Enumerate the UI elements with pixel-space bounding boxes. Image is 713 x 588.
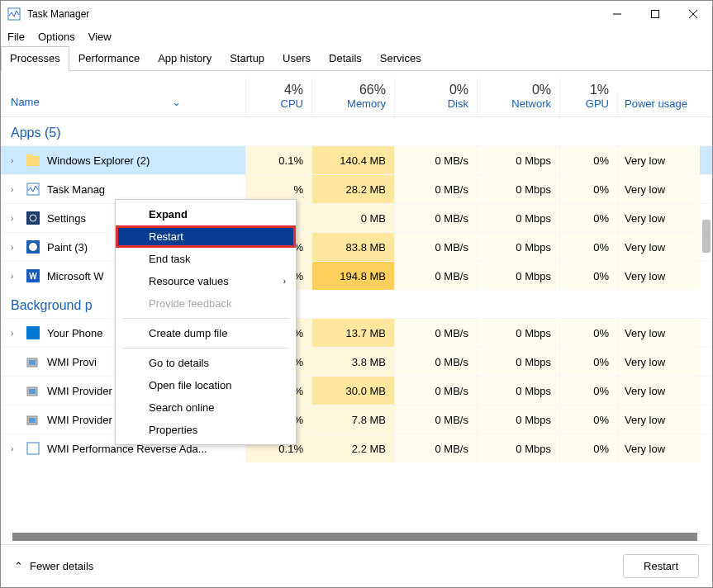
header-name-label: Name — [11, 96, 40, 108]
word-icon: W — [26, 268, 40, 283]
chevron-right-icon[interactable]: › — [11, 243, 19, 252]
svg-rect-21 — [27, 443, 39, 454]
chevron-right-icon[interactable]: › — [11, 444, 19, 453]
table-row[interactable]: ›Task Manag % 28.2 MB 0 MB/s 0 Mbps 0% V… — [1, 174, 712, 203]
window-title: Task Manager — [27, 8, 89, 20]
header-network[interactable]: 0%Network — [477, 78, 559, 116]
titlebar: Task Manager — [1, 1, 712, 27]
tab-details[interactable]: Details — [320, 46, 371, 70]
maximize-button[interactable] — [636, 1, 674, 27]
tab-processes[interactable]: Processes — [1, 46, 69, 71]
chevron-up-icon: ⌃ — [14, 560, 23, 572]
chevron-right-icon: › — [283, 277, 286, 286]
svg-rect-2 — [652, 11, 659, 18]
chevron-down-icon[interactable]: ⌄ — [172, 96, 181, 108]
chevron-right-icon[interactable]: › — [11, 272, 19, 281]
fewer-details-button[interactable]: ⌃ Fewer details — [14, 560, 93, 572]
app-icon — [7, 7, 21, 21]
context-open-file-location[interactable]: Open file location — [116, 374, 296, 396]
table-row[interactable]: ›Your Phone % 13.7 MB 0 MB/s 0 Mbps 0% V… — [1, 318, 712, 347]
header-power[interactable]: Power usage — [617, 92, 700, 116]
minimize-button[interactable] — [598, 1, 636, 27]
menubar: File Options View — [1, 27, 712, 46]
wmi-perf-icon — [26, 441, 40, 456]
context-properties[interactable]: Properties — [116, 419, 296, 441]
svg-rect-18 — [29, 389, 36, 394]
menu-separator — [122, 318, 289, 319]
context-resource-values[interactable]: Resource values› — [116, 270, 296, 292]
svg-text:W: W — [29, 272, 37, 281]
tab-startup[interactable]: Startup — [221, 46, 273, 70]
svg-rect-8 — [26, 211, 40, 225]
svg-point-11 — [29, 243, 37, 251]
header-memory[interactable]: 66%Memory — [311, 78, 394, 116]
process-table: Name ⌄ 4%CPU 66%Memory 0%Disk 0%Network … — [1, 71, 712, 533]
menu-separator — [122, 348, 289, 349]
wmi-icon — [26, 354, 40, 369]
table-row[interactable]: ›WMI Performance Reverse Ada... 0.1% 2.2… — [1, 434, 712, 462]
tab-app-history[interactable]: App history — [149, 46, 221, 70]
header-gpu[interactable]: 1%GPU — [559, 78, 617, 116]
svg-rect-6 — [26, 154, 32, 158]
menu-view[interactable]: View — [88, 31, 112, 43]
process-rows: Apps (5) ›Windows Explorer (2) 0.1% 140.… — [1, 117, 712, 462]
chevron-right-icon[interactable]: › — [11, 329, 19, 338]
svg-rect-16 — [29, 360, 36, 365]
chevron-right-icon[interactable]: › — [11, 214, 19, 223]
vertical-scrollbar[interactable] — [702, 220, 711, 253]
table-row[interactable]: ›WMicrosoft W % 194.8 MB 0 MB/s 0 Mbps 0… — [1, 261, 712, 290]
context-go-to-details[interactable]: Go to details — [116, 352, 296, 374]
column-headers: Name ⌄ 4%CPU 66%Memory 0%Disk 0%Network … — [1, 71, 712, 117]
context-expand[interactable]: Expand — [116, 203, 296, 225]
table-row[interactable]: ›WMI Provi % 3.8 MB 0 MB/s 0 Mbps 0% Ver… — [1, 347, 712, 376]
menu-options[interactable]: Options — [38, 31, 75, 43]
context-create-dump[interactable]: Create dump file — [116, 322, 296, 344]
svg-rect-20 — [29, 418, 36, 423]
table-row[interactable]: ›Paint (3) % 83.8 MB 0 MB/s 0 Mbps 0% Ve… — [1, 232, 712, 261]
context-end-task[interactable]: End task — [116, 248, 296, 270]
table-row[interactable]: ›Windows Explorer (2) 0.1% 140.4 MB 0 MB… — [1, 145, 712, 174]
svg-rect-14 — [26, 326, 40, 339]
menu-file[interactable]: File — [7, 31, 25, 43]
taskmgr-icon — [26, 182, 40, 197]
restart-button[interactable]: Restart — [623, 554, 699, 578]
wmi-icon — [26, 383, 40, 398]
horizontal-scrollbar[interactable] — [12, 533, 697, 541]
tab-services[interactable]: Services — [371, 46, 430, 70]
context-search-online[interactable]: Search online — [116, 396, 296, 419]
paint-icon — [26, 239, 40, 254]
chevron-right-icon[interactable]: › — [11, 185, 19, 194]
header-disk[interactable]: 0%Disk — [394, 78, 477, 116]
context-provide-feedback: Provide feedback — [116, 292, 296, 315]
section-apps: Apps (5) — [1, 117, 712, 145]
window-controls — [598, 1, 712, 27]
tab-users[interactable]: Users — [273, 46, 320, 70]
table-row[interactable]: ›WMI Provider Host 0.3% 7.8 MB 0 MB/s 0 … — [1, 405, 712, 434]
settings-icon — [26, 211, 40, 225]
section-background: Background p — [1, 290, 712, 318]
close-button[interactable] — [674, 1, 712, 27]
tabs: Processes Performance App history Startu… — [1, 46, 712, 71]
header-cpu[interactable]: 4%CPU — [245, 78, 311, 116]
header-name[interactable]: Name ⌄ — [1, 96, 245, 116]
context-restart[interactable]: Restart — [116, 225, 296, 248]
context-menu: Expand Restart End task Resource values›… — [115, 199, 297, 445]
explorer-icon — [26, 153, 40, 168]
chevron-right-icon[interactable]: › — [11, 156, 19, 165]
wmi-icon — [26, 412, 40, 427]
tab-performance[interactable]: Performance — [69, 46, 149, 70]
table-row[interactable]: ›WMI Provider Host 0% 30.0 MB 0 MB/s 0 M… — [1, 376, 712, 405]
table-row[interactable]: ›Settings 0 MB 0 MB/s 0 Mbps 0% Very low — [1, 203, 712, 232]
yourphone-icon — [26, 325, 40, 340]
footer: ⌃ Fewer details Restart — [1, 544, 712, 587]
